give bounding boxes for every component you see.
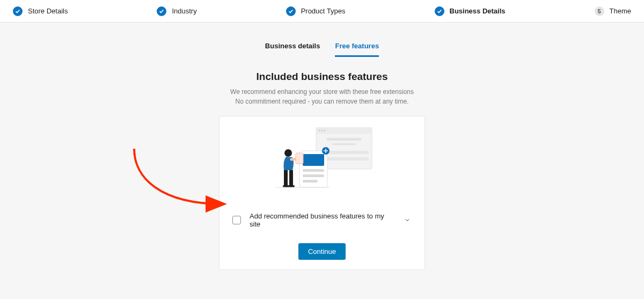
- recommended-features-checkbox[interactable]: [232, 216, 241, 224]
- step-label: Business Details: [450, 7, 506, 15]
- tab-free-features[interactable]: Free features: [335, 42, 379, 57]
- subtabs: Business details Free features: [0, 42, 644, 57]
- step-product-types[interactable]: Product Types: [286, 6, 346, 16]
- tab-business-details[interactable]: Business details: [265, 42, 320, 57]
- check-icon: [435, 6, 444, 16]
- wizard-stepper: Store Details Industry Product Types Bus…: [0, 0, 644, 23]
- recommended-features-label: Add recommended business features to my …: [250, 212, 394, 228]
- step-store-details[interactable]: Store Details: [13, 6, 68, 16]
- page-title: Included business features: [0, 71, 644, 83]
- svg-rect-17: [289, 170, 293, 186]
- step-label: Store Details: [28, 7, 68, 15]
- svg-rect-16: [284, 170, 288, 186]
- svg-rect-13: [303, 180, 318, 183]
- subtitle-line: We recommend enhancing your store with t…: [230, 88, 414, 96]
- svg-point-4: [324, 129, 325, 131]
- svg-point-2: [318, 129, 320, 131]
- svg-point-15: [284, 149, 292, 157]
- step-number-badge: 5: [595, 6, 604, 16]
- step-theme[interactable]: 5 Theme: [595, 6, 631, 16]
- continue-button[interactable]: Continue: [298, 243, 346, 260]
- check-icon: [13, 6, 23, 16]
- annotation-arrow-icon: [129, 146, 231, 216]
- subtitle-line: No commitment required - you can remove …: [236, 98, 409, 105]
- check-icon: [286, 6, 296, 16]
- card-actions: Continue: [230, 243, 414, 260]
- svg-point-3: [321, 129, 323, 131]
- svg-rect-20: [296, 153, 303, 164]
- step-label: Product Types: [301, 7, 346, 15]
- chevron-down-icon: [404, 217, 411, 223]
- svg-rect-12: [303, 174, 324, 177]
- check-icon: [157, 6, 166, 16]
- feature-option-row: Add recommended business features to my …: [230, 212, 414, 228]
- step-label: Industry: [172, 7, 196, 15]
- step-business-details[interactable]: Business Details: [435, 6, 506, 16]
- page-subtitle: We recommend enhancing your store with t…: [0, 87, 644, 106]
- features-card: Add recommended business features to my …: [219, 116, 425, 270]
- svg-rect-19: [288, 185, 295, 187]
- svg-rect-6: [332, 143, 356, 145]
- step-label: Theme: [610, 7, 631, 15]
- expand-features-toggle[interactable]: [403, 216, 412, 224]
- svg-rect-5: [327, 138, 361, 141]
- svg-rect-10: [303, 154, 324, 166]
- card-illustration: [230, 127, 414, 197]
- step-industry[interactable]: Industry: [157, 6, 196, 16]
- svg-rect-11: [303, 169, 324, 172]
